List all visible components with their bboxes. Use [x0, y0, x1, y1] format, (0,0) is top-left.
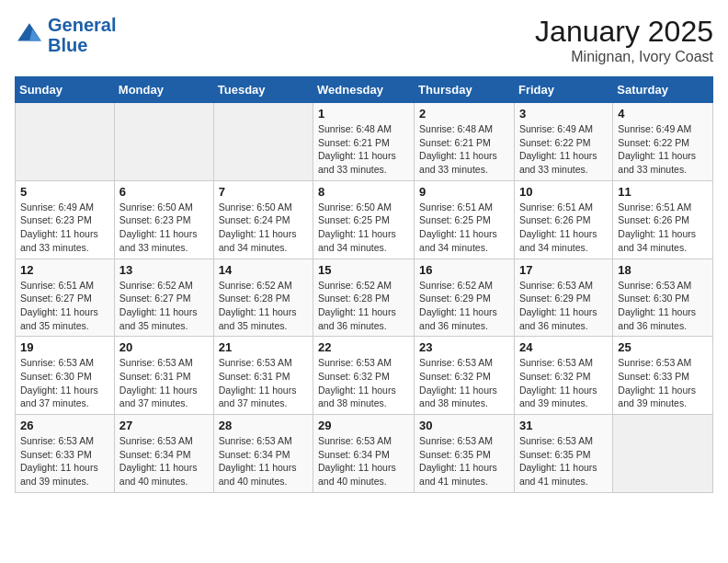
- day-number: 2: [419, 107, 509, 121]
- calendar-cell: 15Sunrise: 6:52 AM Sunset: 6:28 PM Dayli…: [313, 259, 415, 337]
- day-number: 21: [219, 340, 308, 354]
- day-number: 12: [20, 263, 109, 277]
- day-info: Sunrise: 6:53 AM Sunset: 6:33 PM Dayligh…: [618, 356, 708, 410]
- day-info: Sunrise: 6:52 AM Sunset: 6:29 PM Dayligh…: [419, 279, 509, 333]
- day-info: Sunrise: 6:53 AM Sunset: 6:30 PM Dayligh…: [618, 279, 708, 333]
- day-info: Sunrise: 6:53 AM Sunset: 6:31 PM Dayligh…: [119, 356, 209, 410]
- calendar-header-cell: Tuesday: [213, 77, 313, 103]
- calendar-header-cell: Thursday: [415, 77, 515, 103]
- calendar-cell: 22Sunrise: 6:53 AM Sunset: 6:32 PM Dayli…: [313, 337, 415, 415]
- day-number: 9: [419, 185, 509, 199]
- calendar-week-row: 19Sunrise: 6:53 AM Sunset: 6:30 PM Dayli…: [16, 337, 713, 415]
- day-info: Sunrise: 6:51 AM Sunset: 6:26 PM Dayligh…: [618, 201, 708, 255]
- calendar-cell: 29Sunrise: 6:53 AM Sunset: 6:34 PM Dayli…: [313, 415, 415, 493]
- calendar-cell: 19Sunrise: 6:53 AM Sunset: 6:30 PM Dayli…: [16, 337, 115, 415]
- day-info: Sunrise: 6:50 AM Sunset: 6:25 PM Dayligh…: [318, 201, 409, 255]
- day-number: 27: [119, 419, 209, 432]
- calendar-cell: 7Sunrise: 6:50 AM Sunset: 6:24 PM Daylig…: [213, 180, 313, 259]
- calendar-cell: [613, 415, 713, 493]
- calendar-body: 1Sunrise: 6:48 AM Sunset: 6:21 PM Daylig…: [16, 103, 713, 493]
- day-info: Sunrise: 6:50 AM Sunset: 6:23 PM Dayligh…: [119, 201, 209, 255]
- day-number: 25: [618, 340, 708, 354]
- day-number: 28: [219, 419, 308, 432]
- calendar-cell: 5Sunrise: 6:49 AM Sunset: 6:23 PM Daylig…: [16, 180, 115, 259]
- day-info: Sunrise: 6:53 AM Sunset: 6:35 PM Dayligh…: [419, 434, 509, 488]
- day-info: Sunrise: 6:49 AM Sunset: 6:22 PM Dayligh…: [519, 122, 608, 177]
- day-number: 7: [219, 185, 308, 199]
- day-number: 26: [20, 419, 109, 432]
- calendar-cell: 13Sunrise: 6:52 AM Sunset: 6:27 PM Dayli…: [114, 259, 213, 337]
- logo-icon: [15, 20, 44, 50]
- day-info: Sunrise: 6:52 AM Sunset: 6:27 PM Dayligh…: [119, 279, 209, 333]
- day-number: 4: [618, 107, 708, 121]
- calendar-header-cell: Monday: [114, 77, 213, 103]
- day-info: Sunrise: 6:50 AM Sunset: 6:24 PM Dayligh…: [219, 201, 308, 255]
- calendar-cell: 14Sunrise: 6:52 AM Sunset: 6:28 PM Dayli…: [213, 259, 313, 337]
- calendar-header-cell: Saturday: [613, 77, 713, 103]
- day-info: Sunrise: 6:53 AM Sunset: 6:29 PM Dayligh…: [519, 279, 608, 333]
- calendar-week-row: 26Sunrise: 6:53 AM Sunset: 6:33 PM Dayli…: [16, 415, 713, 493]
- logo: General Blue: [15, 15, 116, 55]
- calendar-cell: 16Sunrise: 6:52 AM Sunset: 6:29 PM Dayli…: [415, 259, 515, 337]
- calendar-cell: [16, 103, 115, 181]
- day-number: 11: [618, 185, 708, 199]
- day-info: Sunrise: 6:53 AM Sunset: 6:33 PM Dayligh…: [20, 434, 109, 488]
- calendar-header-cell: Sunday: [16, 77, 115, 103]
- day-info: Sunrise: 6:53 AM Sunset: 6:34 PM Dayligh…: [318, 434, 409, 488]
- day-info: Sunrise: 6:51 AM Sunset: 6:27 PM Dayligh…: [20, 279, 109, 333]
- day-number: 18: [618, 263, 708, 277]
- day-number: 22: [318, 340, 409, 354]
- calendar-table: SundayMondayTuesdayWednesdayThursdayFrid…: [15, 76, 713, 493]
- calendar-cell: 21Sunrise: 6:53 AM Sunset: 6:31 PM Dayli…: [213, 337, 313, 415]
- calendar-cell: 27Sunrise: 6:53 AM Sunset: 6:34 PM Dayli…: [114, 415, 213, 493]
- day-info: Sunrise: 6:53 AM Sunset: 6:32 PM Dayligh…: [318, 356, 409, 410]
- day-number: 10: [519, 185, 608, 199]
- location-subtitle: Minignan, Ivory Coast: [535, 49, 713, 65]
- day-number: 20: [119, 340, 209, 354]
- day-number: 13: [119, 263, 209, 277]
- day-number: 5: [20, 185, 109, 199]
- day-number: 8: [318, 185, 409, 199]
- calendar-header-cell: Friday: [514, 77, 612, 103]
- day-number: 6: [119, 185, 209, 199]
- calendar-week-row: 5Sunrise: 6:49 AM Sunset: 6:23 PM Daylig…: [16, 180, 713, 259]
- page-header: General Blue January 2025 Minignan, Ivor…: [15, 15, 713, 65]
- day-number: 3: [519, 107, 608, 121]
- day-number: 14: [219, 263, 308, 277]
- calendar-cell: 3Sunrise: 6:49 AM Sunset: 6:22 PM Daylig…: [514, 103, 612, 181]
- calendar-cell: 24Sunrise: 6:53 AM Sunset: 6:32 PM Dayli…: [514, 337, 612, 415]
- calendar-cell: [213, 103, 313, 181]
- day-info: Sunrise: 6:53 AM Sunset: 6:34 PM Dayligh…: [119, 434, 209, 488]
- day-number: 23: [419, 340, 509, 354]
- day-info: Sunrise: 6:53 AM Sunset: 6:32 PM Dayligh…: [519, 356, 608, 410]
- day-info: Sunrise: 6:52 AM Sunset: 6:28 PM Dayligh…: [318, 279, 409, 333]
- calendar-cell: 11Sunrise: 6:51 AM Sunset: 6:26 PM Dayli…: [613, 180, 713, 259]
- calendar-cell: 31Sunrise: 6:53 AM Sunset: 6:35 PM Dayli…: [514, 415, 612, 493]
- calendar-cell: 20Sunrise: 6:53 AM Sunset: 6:31 PM Dayli…: [114, 337, 213, 415]
- calendar-cell: 30Sunrise: 6:53 AM Sunset: 6:35 PM Dayli…: [415, 415, 515, 493]
- calendar-cell: 2Sunrise: 6:48 AM Sunset: 6:21 PM Daylig…: [415, 103, 515, 181]
- calendar-cell: 9Sunrise: 6:51 AM Sunset: 6:25 PM Daylig…: [415, 180, 515, 259]
- calendar-cell: 17Sunrise: 6:53 AM Sunset: 6:29 PM Dayli…: [514, 259, 612, 337]
- day-number: 16: [419, 263, 509, 277]
- day-info: Sunrise: 6:51 AM Sunset: 6:25 PM Dayligh…: [419, 201, 509, 255]
- day-info: Sunrise: 6:49 AM Sunset: 6:23 PM Dayligh…: [20, 201, 109, 255]
- day-info: Sunrise: 6:52 AM Sunset: 6:28 PM Dayligh…: [219, 279, 308, 333]
- calendar-week-row: 1Sunrise: 6:48 AM Sunset: 6:21 PM Daylig…: [16, 103, 713, 181]
- day-number: 30: [419, 419, 509, 432]
- day-info: Sunrise: 6:53 AM Sunset: 6:35 PM Dayligh…: [519, 434, 608, 488]
- month-year-title: January 2025: [535, 15, 713, 49]
- logo-text: General Blue: [48, 15, 116, 55]
- calendar-cell: 18Sunrise: 6:53 AM Sunset: 6:30 PM Dayli…: [613, 259, 713, 337]
- calendar-cell: 25Sunrise: 6:53 AM Sunset: 6:33 PM Dayli…: [613, 337, 713, 415]
- calendar-title-area: January 2025 Minignan, Ivory Coast: [535, 15, 713, 65]
- day-number: 29: [318, 419, 409, 432]
- day-number: 1: [318, 107, 409, 121]
- day-info: Sunrise: 6:53 AM Sunset: 6:34 PM Dayligh…: [219, 434, 308, 488]
- day-info: Sunrise: 6:53 AM Sunset: 6:31 PM Dayligh…: [219, 356, 308, 410]
- calendar-cell: 12Sunrise: 6:51 AM Sunset: 6:27 PM Dayli…: [16, 259, 115, 337]
- day-number: 19: [20, 340, 109, 354]
- day-info: Sunrise: 6:53 AM Sunset: 6:30 PM Dayligh…: [20, 356, 109, 410]
- calendar-cell: 10Sunrise: 6:51 AM Sunset: 6:26 PM Dayli…: [514, 180, 612, 259]
- day-info: Sunrise: 6:49 AM Sunset: 6:22 PM Dayligh…: [618, 122, 708, 177]
